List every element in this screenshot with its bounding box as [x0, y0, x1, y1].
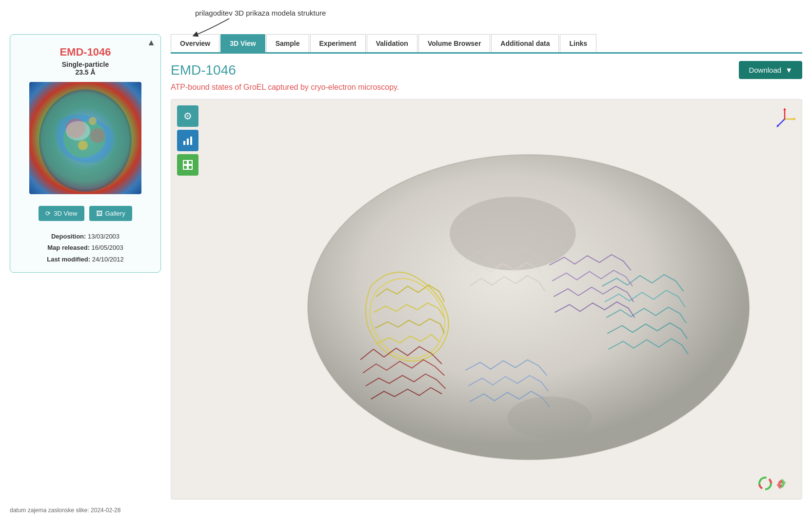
- entry-title: EMD-1046: [171, 62, 236, 78]
- sidebar-buttons: ⟳ 3D View 🖼 Gallery: [39, 206, 132, 221]
- 3dview-icon: ⟳: [45, 210, 51, 217]
- gallery-button[interactable]: 🖼 Gallery: [89, 206, 132, 221]
- deposition-value: 13/03/2003: [88, 233, 119, 240]
- svg-rect-14: [188, 165, 192, 169]
- svg-rect-10: [190, 137, 192, 145]
- map-released-value: 16/05/2003: [92, 244, 123, 251]
- svg-rect-12: [188, 160, 192, 164]
- svg-rect-11: [183, 160, 187, 164]
- svg-point-6: [41, 92, 129, 189]
- entry-header: EMD-1046 Download ▼: [171, 61, 802, 79]
- svg-line-23: [777, 119, 785, 126]
- axis-indicator: [772, 107, 792, 126]
- settings-button[interactable]: ⚙: [177, 105, 198, 127]
- svg-point-16: [450, 197, 576, 270]
- footer-text: datum zajema zaslonske slike: 2024-02-28: [10, 507, 120, 514]
- svg-text:prilagoditev 3D prikaza modela: prilagoditev 3D prikaza modela strukture: [195, 9, 326, 17]
- chart-button[interactable]: [177, 130, 198, 151]
- grid-button[interactable]: [177, 154, 198, 176]
- last-modified-value: 24/10/2012: [92, 256, 124, 263]
- sidebar-resolution: 23.5 Å: [75, 68, 95, 76]
- model-thumbnail: [29, 82, 141, 194]
- card-arrow-icon: ▲: [147, 38, 156, 48]
- meta-info: Deposition: 13/03/2003 Map released: 16/…: [47, 231, 124, 265]
- content-area: Overview 3D View Sample Experiment Valid…: [171, 34, 802, 500]
- svg-rect-9: [187, 139, 189, 145]
- svg-point-18: [508, 397, 592, 439]
- svg-rect-8: [183, 141, 185, 145]
- entry-description: ATP-bound states of GroEL captured by cr…: [171, 83, 802, 92]
- map-released-label: Map released:: [47, 244, 90, 251]
- svg-rect-13: [183, 165, 187, 169]
- sidebar-card: ▲ EMD-1046 Single-particle 23.5 Å: [10, 34, 161, 273]
- svg-marker-22: [783, 108, 786, 110]
- molecule-3d-viewer: [171, 100, 802, 499]
- viewer-toolbar: ⚙: [177, 105, 198, 176]
- download-chevron-icon: ▼: [785, 66, 792, 74]
- viewer-container[interactable]: ⚙: [171, 99, 802, 500]
- viewer-logos: [758, 475, 792, 492]
- sidebar-entry-type: Single-particle: [62, 60, 109, 68]
- main-layout: ▲ EMD-1046 Single-particle 23.5 Å: [0, 34, 812, 500]
- sidebar-entry-id: EMD-1046: [59, 46, 111, 59]
- page-footer: datum zajema zaslonske slike: 2024-02-28: [0, 500, 812, 516]
- download-label: Download: [749, 66, 781, 74]
- annotation-area: prilagoditev 3D prikaza modela strukture: [171, 5, 812, 39]
- svg-point-7: [66, 121, 90, 140]
- 3dview-button[interactable]: ⟳ 3D View: [39, 206, 84, 221]
- svg-marker-20: [793, 118, 796, 120]
- deposition-label: Deposition:: [51, 233, 86, 240]
- page-wrapper: prilagoditev 3D prikaza modela strukture…: [0, 0, 812, 521]
- gallery-icon: 🖼: [96, 210, 102, 217]
- download-button[interactable]: Download ▼: [739, 61, 802, 79]
- last-modified-label: Last modified:: [47, 256, 90, 263]
